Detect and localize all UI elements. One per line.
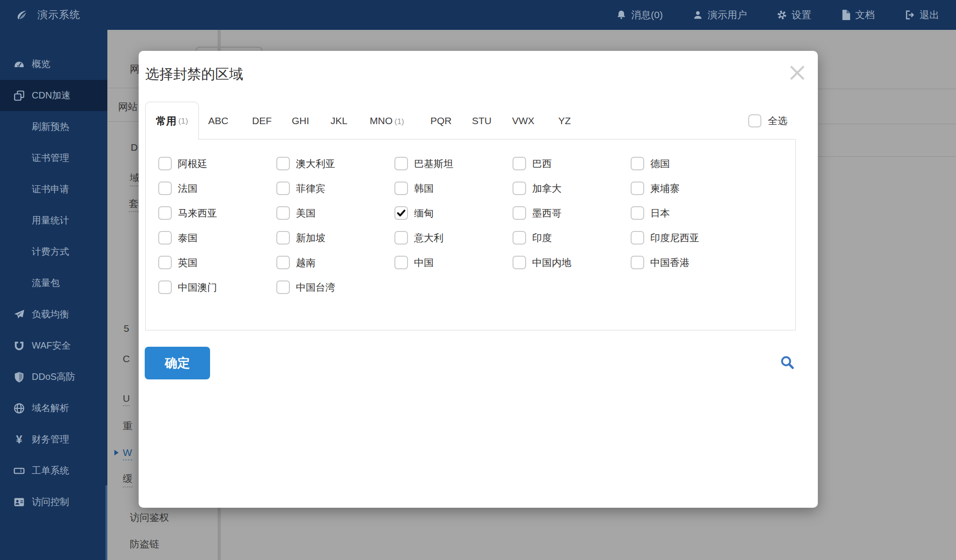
country-item[interactable]: 美国	[276, 201, 394, 225]
sidebar-item-finance[interactable]: ¥ 财务管理	[0, 424, 107, 455]
sidebar-item-waf[interactable]: WAF安全	[0, 330, 107, 361]
search-icon[interactable]	[779, 354, 796, 371]
country-item[interactable]: 德国	[631, 151, 749, 176]
country-checkbox[interactable]	[513, 256, 526, 269]
country-checkbox[interactable]	[631, 157, 644, 170]
shield-icon	[13, 371, 25, 383]
select-all-checkbox-item[interactable]: 全选	[748, 114, 787, 127]
country-checkbox[interactable]	[158, 280, 172, 294]
tab-mno[interactable]: MNO(1)	[370, 102, 404, 140]
sidebar-item-ticket[interactable]: 工单系统	[0, 455, 107, 486]
country-item[interactable]: 泰国	[158, 225, 276, 250]
country-checkbox[interactable]	[513, 182, 526, 195]
country-checkbox[interactable]	[158, 231, 172, 245]
country-item[interactable]: 日本	[631, 201, 749, 225]
tab-jkl[interactable]: JKL	[330, 102, 347, 140]
country-label: 阿根廷	[178, 157, 207, 170]
country-item[interactable]: 墨西哥	[513, 201, 631, 225]
country-item[interactable]: 中国香港	[631, 250, 749, 275]
docs-nav-item[interactable]: 文档	[841, 8, 875, 21]
sidebar-item-access-control[interactable]: 访问控制	[0, 486, 107, 518]
sidebar: 概览 CDN加速 刷新预热 证书管理 证书申请 用量统计 计费方式 流量包 负载…	[0, 30, 107, 560]
messages-nav-item[interactable]: 消息(0)	[616, 8, 663, 21]
sidebar-item-dns[interactable]: 域名解析	[0, 392, 107, 424]
country-checkbox[interactable]	[276, 157, 290, 170]
country-checkbox[interactable]	[631, 231, 644, 245]
sidebar-item-overview[interactable]: 概览	[0, 49, 107, 80]
country-checkbox[interactable]	[158, 206, 172, 220]
country-item[interactable]: 印度尼西亚	[631, 225, 749, 250]
country-item[interactable]: 英国	[158, 250, 276, 275]
country-checkbox-checked[interactable]	[394, 206, 408, 220]
logout-nav-item[interactable]: 退出	[905, 8, 939, 21]
sidebar-item-ddos[interactable]: DDoS高防	[0, 361, 107, 392]
country-checkbox[interactable]	[394, 231, 408, 245]
country-item[interactable]: 中国台湾	[276, 275, 394, 300]
sidebar-item-cdn[interactable]: CDN加速	[0, 80, 107, 111]
sidebar-item-billing[interactable]: 计费方式	[0, 236, 107, 267]
country-item[interactable]: 巴基斯坦	[394, 151, 513, 176]
sidebar-item-usage-stats[interactable]: 用量统计	[0, 205, 107, 236]
country-item[interactable]: 巴西	[513, 151, 631, 176]
tab-pqr[interactable]: PQR	[430, 102, 452, 140]
tab-common[interactable]: 常用 (1)	[145, 102, 199, 140]
country-item[interactable]: 马来西亚	[158, 201, 276, 225]
country-label: 泰国	[178, 231, 197, 245]
top-navbar: 演示系统 消息(0) 演示用户	[0, 0, 956, 30]
country-item[interactable]: 加拿大	[513, 176, 631, 201]
close-icon[interactable]	[786, 61, 809, 84]
leaf-logo-icon	[16, 9, 28, 21]
user-nav-item[interactable]: 演示用户	[693, 8, 747, 21]
tab-stu[interactable]: STU	[472, 102, 492, 140]
tab-yz[interactable]: YZ	[558, 102, 571, 140]
country-item[interactable]: 韩国	[394, 176, 513, 201]
sidebar-item-load-balancing[interactable]: 负载均衡	[0, 299, 107, 330]
gauge-icon	[13, 58, 25, 70]
country-checkbox[interactable]	[276, 182, 290, 195]
tab-vwx[interactable]: VWX	[512, 102, 534, 140]
country-item[interactable]: 印度	[513, 225, 631, 250]
country-item[interactable]: 中国	[394, 250, 513, 275]
sidebar-scrollbar[interactable]	[105, 485, 107, 560]
country-checkbox[interactable]	[631, 256, 644, 269]
country-checkbox[interactable]	[394, 182, 408, 195]
country-checkbox[interactable]	[158, 182, 172, 195]
country-checkbox[interactable]	[394, 256, 408, 269]
country-label: 巴西	[532, 157, 552, 170]
country-checkbox[interactable]	[394, 157, 408, 170]
country-item[interactable]: 越南	[276, 250, 394, 275]
sidebar-item-label: 证书管理	[32, 152, 69, 164]
country-checkbox[interactable]	[631, 206, 644, 220]
country-item[interactable]: 中国澳门	[158, 275, 276, 300]
select-all-checkbox[interactable]	[748, 114, 761, 127]
sidebar-item-cert-management[interactable]: 证书管理	[0, 142, 107, 174]
country-checkbox[interactable]	[158, 256, 172, 269]
country-item[interactable]: 阿根廷	[158, 151, 276, 176]
country-checkbox[interactable]	[276, 256, 290, 269]
country-checkbox[interactable]	[276, 231, 290, 245]
country-checkbox[interactable]	[276, 206, 290, 220]
sidebar-item-traffic-package[interactable]: 流量包	[0, 267, 107, 299]
country-item[interactable]: 中国内地	[513, 250, 631, 275]
country-checkbox[interactable]	[631, 182, 644, 195]
sidebar-item-refresh-prewarm[interactable]: 刷新预热	[0, 111, 107, 142]
country-item[interactable]: 柬埔寨	[631, 176, 749, 201]
country-item[interactable]: 澳大利亚	[276, 151, 394, 176]
country-checkbox[interactable]	[276, 280, 290, 294]
country-checkbox[interactable]	[513, 231, 526, 245]
country-label: 韩国	[414, 182, 434, 195]
country-item[interactable]: 意大利	[394, 225, 513, 250]
country-item[interactable]: 新加坡	[276, 225, 394, 250]
country-item[interactable]: 法国	[158, 176, 276, 201]
sidebar-item-cert-apply[interactable]: 证书申请	[0, 174, 107, 205]
country-item[interactable]: 菲律宾	[276, 176, 394, 201]
tab-abc[interactable]: ABC	[208, 102, 228, 140]
confirm-button[interactable]: 确定	[145, 347, 210, 379]
country-checkbox[interactable]	[513, 206, 526, 220]
country-item-checked[interactable]: 缅甸	[394, 201, 513, 225]
tab-ghi[interactable]: GHI	[292, 102, 309, 140]
country-checkbox[interactable]	[158, 157, 172, 170]
settings-nav-item[interactable]: 设置	[777, 8, 811, 21]
tab-def[interactable]: DEF	[252, 102, 272, 140]
country-checkbox[interactable]	[513, 157, 526, 170]
